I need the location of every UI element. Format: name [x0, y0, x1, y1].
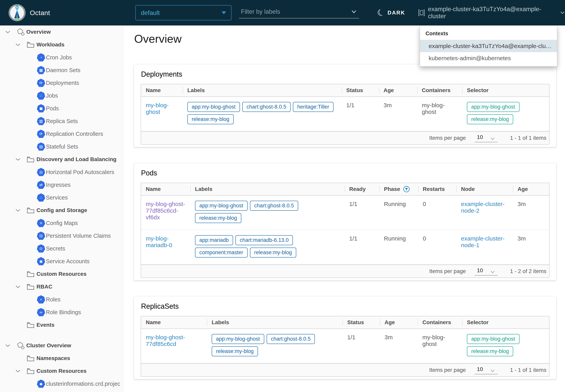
chevron-down-icon[interactable]: [15, 285, 21, 288]
filter-placeholder: Filter by labels: [241, 8, 351, 15]
cell-age: 3m: [380, 329, 418, 363]
replicasets-table: NameLabelsStatusAgeContainersSelectormy-…: [141, 316, 550, 377]
deployments-card: DeploymentsNameLabelsStatusAgeContainers…: [134, 64, 556, 147]
resource-name-link[interactable]: my-blog-ghost-77df85c6cd-vf6dx: [146, 201, 185, 221]
sidebar-item-persistent-volume-claims[interactable]: ⊟Persistent Volume Claims: [0, 229, 124, 242]
sidebar-item-stateful-sets[interactable]: ▤Stateful Sets: [0, 140, 124, 153]
column-header-containers: Containers: [418, 316, 462, 328]
cell-name: my-blog-ghost-77df85c6cd: [141, 329, 207, 363]
filter-icon[interactable]: [403, 186, 410, 193]
contexts-menu: Contexts example-cluster-ka3TuTzYo4a@exa…: [420, 26, 557, 67]
sidebar-item-cron-jobs[interactable]: ◔Cron Jobs: [0, 51, 124, 64]
sidebar-item-horizontal-pod-autoscalers[interactable]: ◎Horizontal Pod Autoscalers: [0, 166, 124, 178]
sidebar-item-workloads[interactable]: Workloads: [0, 38, 124, 51]
sidebar-item-service-accounts[interactable]: ◉Service Accounts: [0, 255, 124, 267]
node-link[interactable]: example-cluster-node-2: [461, 201, 505, 214]
items-per-page-select[interactable]: 10: [475, 267, 498, 276]
column-header-labels: Labels: [207, 316, 342, 328]
cell-text: 3m: [384, 102, 392, 108]
namespace-select[interactable]: default: [135, 5, 232, 20]
chevron-down-icon[interactable]: [15, 158, 21, 161]
labels-list: app:mariadbchart:mariadb-6.13.0component…: [195, 235, 317, 258]
table-row: my-blog-ghost-77df85c6cd-vf6dxapp:my-blo…: [141, 196, 549, 230]
chevron-down-icon[interactable]: [5, 344, 10, 347]
selector-list: app:my-blog-ghostrelease:my-blog: [467, 334, 544, 356]
column-header-node: Node: [456, 183, 513, 195]
context-switcher[interactable]: example-cluster-ka3TuTzYo4a@example-clus…: [418, 0, 565, 26]
cell-labels: app:my-blog-ghostchart:ghost-8.0.5herita…: [183, 97, 342, 131]
sidebar-item-services[interactable]: ∴Services: [0, 191, 124, 204]
chevron-down-icon: [490, 369, 495, 372]
sidebar-item-label: Overview: [26, 29, 51, 35]
folder-icon: [27, 207, 34, 213]
sidebar-item-pods[interactable]: ◼Pods: [0, 102, 124, 115]
caret-down-icon: [222, 11, 226, 14]
ingresses-icon: ⇄: [37, 181, 45, 189]
label-tag: heritage:Tiller: [293, 102, 333, 112]
table-header-row: NameLabelsStatusAgeContainersSelector: [141, 84, 549, 97]
folder-icon: [27, 42, 34, 48]
chevron-down-icon[interactable]: [15, 209, 21, 212]
sidebar-item-overview[interactable]: Overview: [0, 26, 124, 38]
sidebar-item-csidrivers-csi-storage-k8s-io[interactable]: ◆csidrivers.csi.storage.k8s.io: [0, 390, 124, 392]
pagination-range: 1 - 2 of 2 items: [510, 268, 546, 274]
items-per-page-select[interactable]: 10: [475, 366, 498, 374]
sidebar-item-deployments[interactable]: ⟳Deployments: [0, 76, 124, 89]
sidebar-item-config-and-storage[interactable]: Config and Storage: [0, 204, 124, 217]
sidebar-item-clusterinformations-crd-projec[interactable]: ◆clusterinformations.crd.projec: [0, 377, 124, 390]
cell-text: 1/1: [349, 201, 357, 207]
sidebar-item-custom-resources[interactable]: Custom Resources: [0, 267, 124, 280]
sidebar-item-cluster-overview[interactable]: Cluster Overview: [0, 339, 124, 352]
chevron-down-icon[interactable]: [15, 43, 21, 46]
sidebar-item-label: Horizontal Pod Autoscalers: [46, 169, 114, 175]
sidebar-item-label: clusterinformations.crd.projec: [46, 380, 120, 387]
context-menu-item[interactable]: kubernetes-admin@kubernetes: [420, 52, 557, 64]
context-menu-item[interactable]: example-cluster-ka3TuTzYo4a@example-clu…: [420, 40, 557, 52]
cell-phase: Running: [379, 230, 418, 264]
items-per-page-select[interactable]: 10: [475, 134, 498, 142]
dark-theme-toggle[interactable]: ☾ DARK: [377, 0, 405, 26]
cell-text: Running: [384, 201, 406, 207]
cell-text: 0: [423, 201, 426, 207]
cell-node: example-cluster-node-1: [456, 230, 513, 264]
node-link[interactable]: example-cluster-node-1: [461, 235, 505, 248]
folder-icon: [27, 322, 34, 328]
sidebar-item-namespaces[interactable]: Namespaces: [0, 352, 124, 364]
sidebar-item-label: Workloads: [36, 42, 65, 48]
sidebar-item-replication-controllers[interactable]: ⟳Replication Controllers: [0, 127, 124, 140]
cell-selector: app:my-blog-ghostrelease:my-blog: [462, 97, 549, 131]
items-per-page-label: Items per page: [429, 135, 466, 141]
sidebar-item-rbac[interactable]: RBAC: [0, 280, 124, 293]
app-header: Octant default Filter by labels ☾ DARK e…: [0, 0, 565, 26]
sidebar-item-label: Pods: [46, 105, 59, 112]
sidebar-item-secrets[interactable]: ⊙Secrets: [0, 242, 124, 255]
sidebar-item-label: Service Accounts: [46, 258, 89, 265]
chevron-down-icon[interactable]: [15, 369, 21, 373]
sidebar-item-role-bindings[interactable]: ∞Role Bindings: [0, 306, 124, 319]
resource-name-link[interactable]: my-blog-ghost-77df85c6cd: [146, 334, 185, 347]
cell-text: 0: [423, 235, 426, 242]
labels-list: app:my-blog-ghostchart:ghost-8.0.5releas…: [195, 201, 317, 223]
sidebar-item-replica-sets[interactable]: ▥Replica Sets: [0, 115, 124, 127]
sidebar-item-roles[interactable]: ▪Roles: [0, 293, 124, 306]
label-tag: app:my-blog-ghost: [195, 201, 248, 211]
sidebar-item-config-maps[interactable]: ≡Config Maps: [0, 217, 124, 229]
chevron-down-icon[interactable]: [351, 10, 357, 14]
resource-name-link[interactable]: my-blog-ghost: [146, 102, 169, 115]
sidebar-item-discovery-and-load-balancing[interactable]: Discovery and Load Balancing: [0, 153, 124, 166]
sidebar-item-events[interactable]: Events: [0, 319, 124, 331]
sidebar-item-jobs[interactable]: ∷Jobs: [0, 89, 124, 102]
resource-name-link[interactable]: my-blog-mariadb-0: [146, 235, 172, 248]
labels-list: app:my-blog-ghostchart:ghost-8.0.5releas…: [212, 334, 322, 356]
sidebar-item-ingresses[interactable]: ⇄Ingresses: [0, 178, 124, 191]
sidebar-item-daemon-sets[interactable]: ▦Daemon Sets: [0, 64, 124, 76]
cell-labels: app:mariadbchart:mariadb-6.13.0component…: [190, 230, 344, 264]
contexts-menu-title: Contexts: [420, 26, 557, 40]
chevron-down-icon[interactable]: [5, 30, 10, 33]
sidebar-item-custom-resources[interactable]: Custom Resources: [0, 364, 124, 377]
main-content: Overview DeploymentsNameLabelsStatusAgeC…: [124, 26, 565, 392]
cell-labels: app:my-blog-ghostchart:ghost-8.0.5releas…: [207, 329, 342, 363]
filter-by-labels-input[interactable]: Filter by labels: [239, 5, 359, 18]
label-tag: release:my-blog: [212, 346, 258, 356]
sidebar-item-label: Daemon Sets: [46, 67, 80, 73]
